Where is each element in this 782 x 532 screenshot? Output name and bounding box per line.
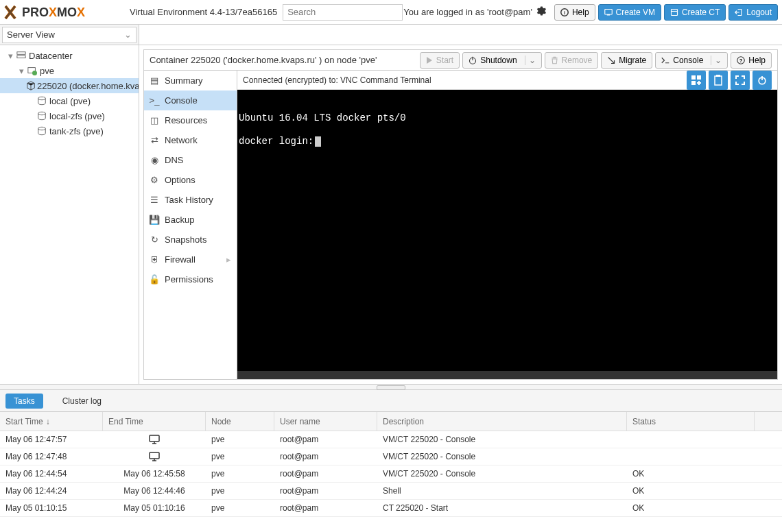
clipboard-button[interactable] xyxy=(709,71,728,90)
create-vm-button[interactable]: Create VM xyxy=(598,4,661,21)
col-user[interactable]: User name xyxy=(274,412,377,431)
tree-datacenter[interactable]: ▾ Datacenter xyxy=(0,48,139,63)
table-row[interactable]: May 06 12:47:48pveroot@pamVM/CT 225020 -… xyxy=(0,448,782,466)
svg-rect-7 xyxy=(17,56,25,58)
resource-tree: ▾ Datacenter ▾ pve 225020 (docker.home.k… xyxy=(0,45,139,384)
splitter-handle[interactable] xyxy=(0,384,782,389)
search-input[interactable] xyxy=(283,4,403,21)
col-node[interactable]: Node xyxy=(206,412,274,431)
svg-text:?: ? xyxy=(739,58,743,64)
task-grid-body[interactable]: May 06 12:47:57pveroot@pamVM/CT 225020 -… xyxy=(0,431,782,527)
gear-icon: ⚙ xyxy=(150,175,159,185)
chevron-down-icon[interactable]: ⌄ xyxy=(711,56,722,65)
svg-point-10 xyxy=(38,97,46,99)
book-icon: ▤ xyxy=(150,75,159,86)
terminal-icon: >_ xyxy=(150,95,159,106)
storage-icon xyxy=(36,126,48,136)
cube-icon: ◫ xyxy=(150,115,159,125)
breadcrumb: Container 225020 ('docker.home.kvaps.ru'… xyxy=(150,55,417,65)
svg-point-9 xyxy=(32,71,37,75)
sidenav-options[interactable]: ⚙Options xyxy=(144,170,237,190)
login-info: You are logged in as 'root@pam' xyxy=(403,7,532,17)
gear-icon[interactable] xyxy=(536,6,546,18)
monitor-icon xyxy=(149,452,160,461)
chevron-down-icon[interactable]: ⌄ xyxy=(525,56,536,65)
svg-rect-18 xyxy=(691,81,696,85)
col-end-time[interactable]: End Time xyxy=(103,412,206,431)
svg-point-11 xyxy=(38,112,46,114)
svg-point-12 xyxy=(38,127,46,130)
monitor-icon xyxy=(149,435,160,444)
svg-rect-16 xyxy=(691,75,696,80)
svg-rect-5 xyxy=(671,9,677,15)
tree-container-225020[interactable]: 225020 (docker.home.kvaps.ru) xyxy=(0,78,139,93)
tree-storage-tank-zfs[interactable]: tank-zfs (pve) xyxy=(0,123,139,138)
sidenav-network[interactable]: ⇄Network xyxy=(144,130,237,150)
sidenav-console[interactable]: >_Console xyxy=(144,90,237,110)
expand-icon[interactable]: ▾ xyxy=(16,66,26,76)
sidenav-permissions[interactable]: 🔓Permissions xyxy=(144,269,237,289)
console-status: Connected (encrypted) to: VNC Command Te… xyxy=(243,75,687,85)
table-row[interactable]: May 06 12:44:54May 06 12:45:58pveroot@pa… xyxy=(0,466,782,483)
logout-button[interactable]: Logout xyxy=(728,4,778,21)
save-icon: 💾 xyxy=(150,215,159,225)
view-selector[interactable]: Server View ⌄ xyxy=(2,27,137,43)
node-icon xyxy=(26,66,38,75)
sidenav-resources[interactable]: ◫Resources xyxy=(144,110,237,130)
svg-rect-20 xyxy=(716,75,720,77)
svg-rect-19 xyxy=(715,76,722,85)
help-button[interactable]: ? Help xyxy=(731,52,772,69)
globe-icon: ◉ xyxy=(150,155,159,165)
storage-icon xyxy=(36,96,48,106)
sidenav-snapshots[interactable]: ↻Snapshots xyxy=(144,230,237,250)
svg-rect-6 xyxy=(17,52,25,55)
tree-node-pve[interactable]: ▾ pve xyxy=(0,63,139,78)
sidenav-dns[interactable]: ◉DNS xyxy=(144,150,237,170)
col-start-time[interactable]: Start Time ↓ xyxy=(0,412,103,431)
expand-icon[interactable]: ▾ xyxy=(5,51,15,61)
create-ct-button[interactable]: Create CT xyxy=(664,4,726,21)
table-row[interactable]: May 06 12:44:24May 06 12:44:46pveroot@pa… xyxy=(0,483,782,500)
table-row[interactable]: May 05 01:10:15May 05 01:10:16pveroot@pa… xyxy=(0,500,782,517)
chevron-down-icon: ⌄ xyxy=(124,29,132,40)
sidenav-firewall[interactable]: ⛨Firewall▸ xyxy=(144,250,237,269)
history-icon: ↻ xyxy=(150,234,159,245)
send-keys-button[interactable] xyxy=(687,71,706,90)
remove-button: Remove xyxy=(545,52,599,69)
server-icon xyxy=(15,51,27,60)
terminal[interactable]: Ubuntu 16.04 LTS docker pts/0 docker log… xyxy=(237,90,777,379)
terminal-line: docker login: xyxy=(239,135,776,149)
power-button[interactable] xyxy=(753,71,772,90)
chevron-right-icon: ▸ xyxy=(226,254,231,265)
environment-label: Virtual Environment 4.4-13/7ea56165 xyxy=(130,7,277,17)
container-icon xyxy=(26,81,36,90)
list-icon: ☰ xyxy=(150,195,159,205)
tree-storage-local[interactable]: local (pve) xyxy=(0,93,139,108)
tree-storage-local-zfs[interactable]: local-zfs (pve) xyxy=(0,108,139,123)
sidenav-backup[interactable]: 💾Backup xyxy=(144,210,237,230)
shield-icon: ⛨ xyxy=(150,254,159,265)
svg-rect-23 xyxy=(150,452,159,459)
svg-rect-17 xyxy=(697,75,701,80)
proxmox-logo: PROXMOX xyxy=(4,4,124,21)
terminal-line: Ubuntu 16.04 LTS docker pts/0 xyxy=(239,112,776,125)
unlock-icon: 🔓 xyxy=(150,274,159,285)
tab-cluster-log[interactable]: Cluster log xyxy=(54,394,110,409)
col-description[interactable]: Description xyxy=(377,412,627,431)
fullscreen-button[interactable] xyxy=(731,71,750,90)
svg-rect-3 xyxy=(604,9,612,14)
svg-text:i: i xyxy=(564,10,565,16)
col-status[interactable]: Status xyxy=(627,412,755,431)
tab-tasks[interactable]: Tasks xyxy=(5,394,43,409)
migrate-button[interactable]: Migrate xyxy=(601,52,652,69)
sidenav-summary[interactable]: ▤Summary xyxy=(144,71,237,90)
console-button[interactable]: Console ⌄ xyxy=(655,52,728,69)
table-row[interactable]: May 06 12:47:57pveroot@pamVM/CT 225020 -… xyxy=(0,431,782,448)
sidenav-task-history[interactable]: ☰Task History xyxy=(144,190,237,210)
shutdown-button[interactable]: Shutdown ⌄ xyxy=(462,52,541,69)
start-button: Start xyxy=(420,52,460,69)
svg-rect-4 xyxy=(606,14,610,16)
network-icon: ⇄ xyxy=(150,135,159,145)
svg-text:PROXMOX: PROXMOX xyxy=(22,5,85,19)
help-button[interactable]: i Help xyxy=(554,4,595,21)
